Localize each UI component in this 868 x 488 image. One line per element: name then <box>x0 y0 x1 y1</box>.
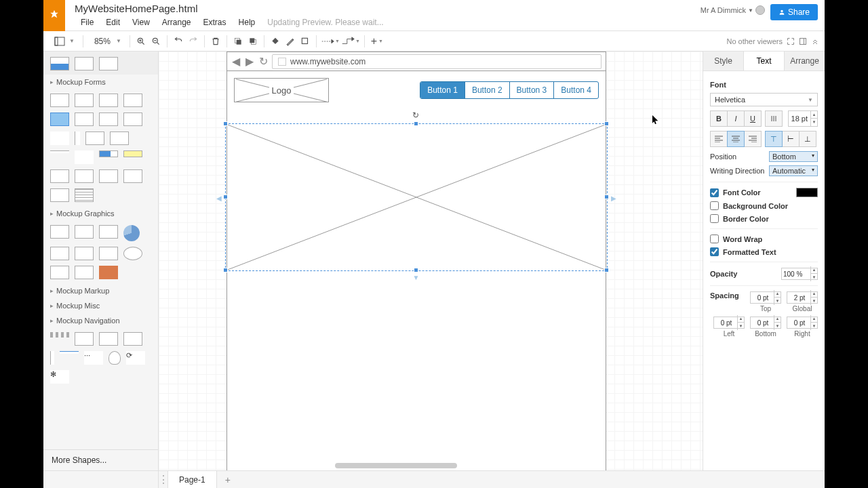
shape-item[interactable] <box>99 225 118 239</box>
shape-item[interactable] <box>99 247 118 260</box>
shape-item[interactable] <box>75 113 94 126</box>
valign-top-button[interactable]: ⊤ <box>765 131 783 147</box>
tab-style[interactable]: Style <box>703 52 744 70</box>
shape-item[interactable] <box>60 351 79 354</box>
shape-item[interactable] <box>75 266 94 279</box>
shape-item[interactable] <box>50 351 54 365</box>
spacing-left-input[interactable]: 0 pt▲▼ <box>713 317 745 329</box>
shape-item[interactable]: ✻ <box>50 370 69 384</box>
user-name[interactable]: Mr A Dimmick▼ <box>701 4 765 15</box>
shape-item[interactable] <box>50 150 69 153</box>
shape-item[interactable]: ··· <box>84 351 103 365</box>
shape-item[interactable] <box>123 247 142 260</box>
valign-bottom-button[interactable]: ⊥ <box>799 131 816 147</box>
to-front-icon[interactable] <box>231 35 245 48</box>
menu-help[interactable]: Help <box>233 16 262 29</box>
connection-icon[interactable]: ▼ <box>321 35 340 48</box>
shape-item[interactable] <box>75 131 80 145</box>
border-color-checkbox[interactable] <box>710 214 719 223</box>
resize-handle[interactable] <box>414 268 418 272</box>
tab-arrange[interactable]: Arrange <box>785 52 825 70</box>
shape-item[interactable] <box>99 332 118 346</box>
font-color-checkbox[interactable] <box>710 188 719 197</box>
shape-item[interactable] <box>50 332 69 338</box>
menu-view[interactable]: View <box>126 16 156 29</box>
spacing-top-input[interactable]: 0 pt▲▼ <box>750 291 781 304</box>
resize-handle[interactable] <box>414 121 418 126</box>
resize-handle[interactable] <box>223 268 228 272</box>
shape-item[interactable]: ⟳ <box>126 351 145 365</box>
redo-icon[interactable] <box>186 35 200 48</box>
app-logo[interactable] <box>43 0 65 31</box>
vertical-text-button[interactable] <box>765 110 783 127</box>
valign-middle-button[interactable]: ⊢ <box>782 131 800 147</box>
zoom-level[interactable]: 85% <box>92 37 113 46</box>
delete-icon[interactable] <box>209 35 222 48</box>
category-mockup-navigation[interactable]: Mockup Navigation <box>43 313 158 328</box>
category-mockup-markup[interactable]: Mockup Markup <box>43 283 158 298</box>
shape-item[interactable] <box>50 113 69 126</box>
resize-handle[interactable] <box>223 195 228 199</box>
bg-color-checkbox[interactable] <box>710 201 719 210</box>
menu-file[interactable]: File <box>75 16 100 29</box>
shape-item[interactable] <box>50 225 69 239</box>
category-mockup-forms[interactable]: Mockup Forms <box>43 75 158 89</box>
category-mockup-misc[interactable]: Mockup Misc <box>43 298 158 313</box>
nav-button-2[interactable]: Button 2 <box>465 82 509 98</box>
share-button[interactable]: Share <box>770 4 818 20</box>
writing-direction-select[interactable]: Automatic▾ <box>769 165 818 176</box>
edge-arrow-icon[interactable]: ▼ <box>412 274 419 281</box>
page-view-icon[interactable] <box>53 35 66 48</box>
opacity-input[interactable]: 100 %▲▼ <box>781 268 818 280</box>
shape-item[interactable] <box>75 94 94 107</box>
shape-item[interactable] <box>99 94 118 107</box>
fill-color-icon[interactable] <box>269 35 282 48</box>
menu-arrange[interactable]: Arrange <box>156 16 197 29</box>
shape-item[interactable] <box>75 247 94 260</box>
shape-item[interactable] <box>108 351 121 365</box>
font-family-select[interactable]: Helvetica▼ <box>710 93 818 106</box>
resize-handle[interactable] <box>604 195 609 199</box>
spacing-global-input[interactable]: 2 pt▲▼ <box>787 291 818 304</box>
spacing-bottom-input[interactable]: 0 pt▲▼ <box>750 317 781 329</box>
shape-item[interactable] <box>99 57 118 70</box>
bold-button[interactable]: B <box>710 110 728 127</box>
document-title[interactable]: MyWebsiteHomePage.html <box>75 0 701 14</box>
font-size-input[interactable]: 18 pt▲▼ <box>788 110 818 127</box>
shape-item[interactable] <box>123 225 140 241</box>
more-shapes-button[interactable]: More Shapes... <box>43 449 158 470</box>
shape-item[interactable] <box>75 150 94 164</box>
position-select[interactable]: Bottom▾ <box>769 151 818 162</box>
nav-button-1[interactable]: Button 1 <box>420 82 465 98</box>
add-icon[interactable]: +▼ <box>369 35 385 48</box>
shape-item[interactable] <box>123 169 142 183</box>
canvas-area[interactable]: ◀ ▶ ↻ www.mywebsite.com Logo Button 1 Bu… <box>159 52 703 470</box>
shape-item[interactable] <box>50 169 69 183</box>
category-mockup-graphics[interactable]: Mockup Graphics <box>43 206 158 221</box>
horizontal-scrollbar[interactable] <box>199 462 696 469</box>
shape-item[interactable] <box>75 332 94 346</box>
align-left-button[interactable] <box>710 131 728 147</box>
shape-item[interactable] <box>75 169 94 183</box>
tab-drag-handle-icon[interactable]: ⋮ <box>159 471 168 488</box>
shadow-icon[interactable] <box>298 35 312 48</box>
collapse-icon[interactable] <box>811 37 819 45</box>
underline-button[interactable]: U <box>744 110 762 127</box>
nav-button-3[interactable]: Button 3 <box>509 82 554 98</box>
resize-handle[interactable] <box>604 268 609 272</box>
spacing-right-input[interactable]: 0 pt▲▼ <box>787 317 818 329</box>
shape-item[interactable] <box>75 57 94 70</box>
shape-item[interactable] <box>99 113 118 126</box>
format-panel-icon[interactable] <box>799 37 807 45</box>
shape-item[interactable] <box>50 57 69 70</box>
align-center-button[interactable] <box>727 131 745 147</box>
edge-arrow-icon[interactable]: ▶ <box>611 195 616 202</box>
selected-shape[interactable]: ↻ ◀ ▶ ▼ <box>225 123 608 271</box>
to-back-icon[interactable] <box>246 35 260 48</box>
nav-button-4[interactable]: Button 4 <box>553 82 598 98</box>
shape-item[interactable] <box>123 150 142 157</box>
edge-arrow-icon[interactable]: ◀ <box>216 195 222 202</box>
undo-icon[interactable] <box>172 35 185 48</box>
zoom-in-icon[interactable] <box>134 35 148 48</box>
shape-item[interactable] <box>85 131 104 145</box>
